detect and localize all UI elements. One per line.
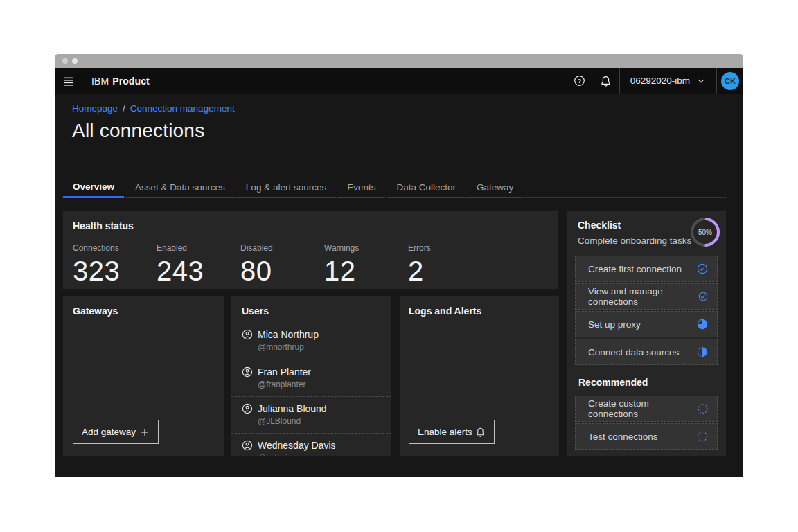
notifications-button[interactable] — [593, 68, 619, 94]
tab-overview[interactable]: Overview — [63, 177, 124, 198]
stat-value: 80 — [240, 256, 324, 287]
stat-errors: Errors 2 — [408, 243, 492, 287]
breadcrumb: Homepage/Connection management — [72, 103, 235, 114]
menu-button[interactable] — [63, 68, 85, 94]
checklist-item-label: Test connections — [588, 432, 658, 442]
health-stats: Connections 323 Enabled 243 Disabled 80 … — [73, 243, 549, 287]
avatar: CK — [721, 72, 739, 90]
checklist-item-create-custom-connections[interactable]: Create custom connections — [575, 396, 718, 422]
hamburger-menu-icon — [63, 76, 74, 87]
user-handle: @mnorthrup — [258, 342, 383, 352]
window-control-dot-2[interactable] — [72, 58, 78, 64]
checklist-item-view-manage-connections[interactable]: View and manage connections — [575, 283, 718, 310]
stat-label: Enabled — [157, 243, 240, 253]
checklist-item-set-up-proxy[interactable]: Set up proxy — [575, 311, 718, 337]
progress-percentage: 50% — [690, 217, 720, 247]
health-status-title: Health status — [73, 220, 549, 231]
half-circle-icon — [697, 346, 708, 357]
page-title: All connections — [72, 120, 204, 142]
tab-bar: Overview Asset & Data sources Log & aler… — [63, 177, 726, 198]
tab-bar-filler — [524, 177, 726, 198]
header-left: IBMProduct — [55, 68, 150, 94]
stat-label: Disabled — [240, 243, 324, 253]
health-status-card: Health status Connections 323 Enabled 24… — [63, 211, 558, 289]
user-avatar-icon — [242, 329, 253, 340]
dashed-circle-icon — [698, 403, 708, 414]
checkmark-circle-icon — [698, 291, 708, 302]
enable-alerts-label: Enable alerts — [418, 427, 472, 437]
breadcrumb-homepage-link[interactable]: Homepage — [72, 103, 118, 114]
stat-value: 323 — [73, 256, 157, 287]
user-name: Wednesday Davis — [258, 440, 336, 451]
logs-alerts-card: Logs and Alerts Enable alerts — [400, 296, 559, 456]
breadcrumb-current-link[interactable]: Connection management — [130, 103, 235, 114]
user-avatar-icon — [242, 440, 253, 451]
main-content: Homepage/Connection management All conne… — [55, 94, 743, 477]
user-row-julianna[interactable]: Julianna Blound @JLBlound — [231, 396, 391, 433]
account-switcher[interactable]: 06292020-ibm — [620, 68, 716, 94]
stat-value: 243 — [157, 256, 240, 287]
user-avatar-icon — [242, 403, 253, 414]
checklist-items: Create first connection View and manage … — [575, 256, 718, 451]
app-header: IBMProduct ? 06292020-ibm — [55, 68, 743, 94]
checklist-item-label: Connect data sources — [588, 347, 679, 357]
logs-alerts-title: Logs and Alerts — [409, 305, 551, 317]
user-list: Mica Northrup @mnorthrup Fran Planter @f… — [231, 323, 391, 456]
chevron-down-icon — [696, 76, 706, 86]
notifications-icon — [600, 75, 612, 87]
stat-value: 12 — [324, 256, 408, 287]
checklist-card: Checklist Complete onboarding tasks 50% … — [567, 211, 726, 456]
stat-enabled: Enabled 243 — [157, 243, 240, 287]
checklist-item-test-connections[interactable]: Test connections — [575, 423, 718, 450]
checklist-item-label: Create first connection — [588, 264, 682, 274]
app-window: IBMProduct ? 06292020-ibm — [55, 54, 743, 477]
user-avatar-icon — [242, 366, 253, 378]
recommended-title: Recommended — [578, 377, 718, 388]
gateways-card: Gateways Add gateway — [63, 296, 224, 456]
tab-asset-data-sources[interactable]: Asset & Data sources — [125, 177, 235, 198]
user-handle: @wdavis — [258, 453, 383, 456]
help-button[interactable]: ? — [567, 68, 593, 94]
stat-connections: Connections 323 — [73, 243, 157, 287]
user-row-wednesday[interactable]: Wednesday Davis @wdavis — [231, 433, 391, 456]
checklist-item-label: Set up proxy — [588, 319, 641, 330]
tab-log-alert-sources[interactable]: Log & alert sources — [236, 177, 336, 198]
tab-data-collector[interactable]: Data Collector — [387, 177, 466, 198]
brand[interactable]: IBMProduct — [91, 76, 150, 87]
account-label: 06292020-ibm — [630, 76, 690, 86]
user-menu-button[interactable]: CK — [717, 68, 743, 94]
window-control-dot-1[interactable] — [62, 58, 68, 64]
checklist-subtitle: Complete onboarding tasks — [578, 236, 691, 246]
brand-prefix: IBM — [91, 76, 109, 87]
dashed-circle-icon — [697, 431, 708, 442]
plus-icon — [140, 427, 150, 437]
window-titlebar — [55, 54, 743, 68]
breadcrumb-separator: / — [123, 103, 125, 114]
checklist-item-connect-data-sources[interactable]: Connect data sources — [575, 339, 718, 365]
tab-events[interactable]: Events — [337, 177, 385, 198]
stat-value: 2 — [408, 256, 492, 287]
user-name: Julianna Blound — [258, 403, 327, 414]
user-row-fran[interactable]: Fran Planter @franplanter — [231, 360, 391, 396]
enable-alerts-button[interactable]: Enable alerts — [409, 420, 495, 444]
help-icon: ? — [574, 75, 585, 87]
user-name: Mica Northrup — [258, 329, 319, 340]
notification-bell-icon — [475, 427, 486, 437]
checklist-header: Checklist Complete onboarding tasks — [578, 220, 691, 246]
svg-text:?: ? — [578, 78, 581, 85]
checklist-item-label: Create custom connections — [588, 398, 698, 419]
tab-gateway[interactable]: Gateway — [467, 177, 523, 198]
checklist-item-label: View and manage connections — [588, 286, 698, 307]
gateways-title: Gateways — [73, 305, 214, 317]
stat-disabled: Disabled 80 — [240, 243, 324, 287]
add-gateway-label: Add gateway — [82, 427, 136, 437]
user-row-mica[interactable]: Mica Northrup @mnorthrup — [231, 323, 391, 360]
checklist-progress-ring: 50% — [690, 217, 720, 247]
user-handle: @franplanter — [258, 380, 383, 389]
checklist-item-create-first-connection[interactable]: Create first connection — [575, 256, 718, 282]
three-quarter-circle-icon — [697, 319, 708, 330]
checklist-title: Checklist — [578, 220, 691, 231]
user-handle: @JLBlound — [258, 416, 383, 426]
add-gateway-button[interactable]: Add gateway — [73, 420, 159, 444]
user-name: Fran Planter — [258, 366, 311, 378]
